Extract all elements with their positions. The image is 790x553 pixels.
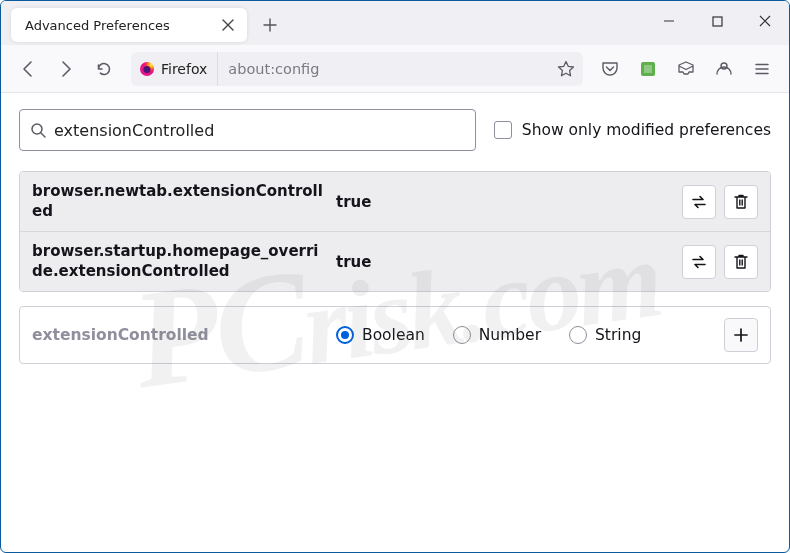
pref-actions — [682, 185, 758, 219]
radio-label: Boolean — [362, 326, 425, 344]
window-controls — [645, 1, 789, 41]
type-radio-group: Boolean Number String — [336, 326, 724, 344]
bookmark-star-icon[interactable] — [549, 52, 583, 86]
toggle-arrows-icon — [690, 253, 708, 271]
search-value: extensionControlled — [54, 121, 465, 140]
add-pref-card: extensionControlled Boolean Number Strin… — [19, 306, 771, 364]
add-pref-row: extensionControlled Boolean Number Strin… — [20, 307, 770, 363]
reload-button[interactable] — [87, 52, 121, 86]
about-config-content: extensionControlled Show only modified p… — [1, 93, 789, 380]
tab-title: Advanced Preferences — [25, 18, 219, 33]
app-menu-button[interactable] — [745, 52, 779, 86]
toggle-button[interactable] — [682, 245, 716, 279]
add-pref-button[interactable] — [724, 318, 758, 352]
reset-button[interactable] — [724, 245, 758, 279]
radio-icon — [336, 326, 354, 344]
new-tab-button[interactable] — [255, 10, 285, 40]
back-button[interactable] — [11, 52, 45, 86]
svg-rect-4 — [644, 65, 652, 73]
identity-label: Firefox — [161, 61, 207, 77]
pocket-icon[interactable] — [593, 52, 627, 86]
titlebar: Advanced Preferences — [1, 1, 789, 45]
new-pref-name: extensionControlled — [32, 326, 336, 344]
maximize-button[interactable] — [693, 1, 741, 41]
url-text: about:config — [218, 61, 549, 77]
toggle-arrows-icon — [690, 193, 708, 211]
navigation-toolbar: Firefox about:config — [1, 45, 789, 93]
preferences-list: browser.newtab.extensionControlled true … — [19, 171, 771, 292]
reset-button[interactable] — [724, 185, 758, 219]
inbox-icon[interactable] — [669, 52, 703, 86]
account-icon[interactable] — [707, 52, 741, 86]
pref-row[interactable]: browser.startup.homepage_override.extens… — [20, 231, 770, 291]
pref-value: true — [336, 253, 682, 271]
firefox-icon — [139, 61, 155, 77]
identity-box[interactable]: Firefox — [131, 52, 218, 86]
toggle-button[interactable] — [682, 185, 716, 219]
radio-boolean[interactable]: Boolean — [336, 326, 425, 344]
extension-icon[interactable] — [631, 52, 665, 86]
pref-value: true — [336, 193, 682, 211]
search-row: extensionControlled Show only modified p… — [19, 109, 771, 151]
close-tab-icon[interactable] — [219, 16, 237, 34]
radio-string[interactable]: String — [569, 326, 641, 344]
radio-label: Number — [479, 326, 541, 344]
radio-icon — [569, 326, 587, 344]
close-window-button[interactable] — [741, 1, 789, 41]
checkbox-icon — [494, 121, 512, 139]
plus-icon — [733, 327, 749, 343]
pref-name: browser.startup.homepage_override.extens… — [32, 242, 336, 281]
radio-label: String — [595, 326, 641, 344]
show-modified-label: Show only modified preferences — [522, 121, 771, 139]
radio-number[interactable]: Number — [453, 326, 541, 344]
show-modified-checkbox[interactable]: Show only modified preferences — [494, 121, 771, 139]
url-bar[interactable]: Firefox about:config — [131, 52, 583, 86]
config-search-input[interactable]: extensionControlled — [19, 109, 476, 151]
svg-rect-0 — [713, 17, 722, 26]
radio-icon — [453, 326, 471, 344]
svg-point-2 — [144, 66, 151, 73]
forward-button[interactable] — [49, 52, 83, 86]
trash-icon — [733, 193, 749, 211]
browser-tab[interactable]: Advanced Preferences — [11, 8, 247, 42]
pref-name: browser.newtab.extensionControlled — [32, 182, 336, 221]
minimize-button[interactable] — [645, 1, 693, 41]
svg-point-5 — [721, 63, 727, 69]
pref-row[interactable]: browser.newtab.extensionControlled true — [20, 172, 770, 231]
trash-icon — [733, 253, 749, 271]
search-icon — [30, 122, 46, 138]
pref-actions — [682, 245, 758, 279]
